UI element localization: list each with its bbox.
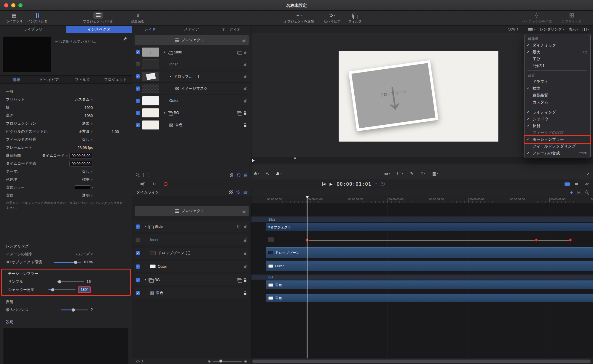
layer-name[interactable]: ドロップ… (174, 74, 193, 79)
field-value[interactable]: 標準 (82, 177, 90, 182)
menu-item[interactable]: 半分 (525, 55, 590, 62)
behavior-button[interactable]: ▾ ビヘイビア (324, 13, 341, 24)
menu-item[interactable]: ✓フレームの合成⌃⌥B (525, 150, 590, 156)
menu-item[interactable]: 4分の1 (525, 62, 590, 69)
value-stepper[interactable]: ▲▼ (66, 154, 68, 157)
value-stepper[interactable]: ▲▼ (91, 170, 93, 173)
transform-3d-tool[interactable]: ⊕▾ (254, 171, 259, 176)
timeline-scrollbar[interactable] (251, 358, 593, 364)
disclosure-triangle[interactable]: ▼ (163, 51, 166, 54)
field-value[interactable]: 23.98 fps (78, 146, 93, 150)
value-stepper[interactable]: ▲▼ (91, 194, 93, 197)
disclosure-triangle[interactable]: ▼ (163, 112, 166, 114)
rectangle-tool[interactable]: ▭▾ (384, 171, 390, 176)
add-object-button[interactable]: ＋▾ オブジェクトを追加 (284, 13, 314, 24)
view-options-dropdown[interactable]: 表示▾ (569, 27, 578, 32)
lock-icon[interactable] (244, 88, 246, 90)
keyframe-diamond[interactable] (569, 238, 572, 241)
layer-checkbox[interactable]: ✓ (136, 99, 140, 103)
behaviors-filter-icon[interactable] (237, 173, 240, 177)
zoom-out-icon[interactable]: ⊖ (208, 359, 211, 363)
import-button[interactable]: ⇩ 読み込む (131, 13, 145, 24)
field-value[interactable]: 1.00 (112, 130, 119, 134)
inspector-tab-filters[interactable]: フィルタ (66, 76, 99, 84)
disclosure-triangle[interactable]: ▼ (144, 278, 146, 281)
field-value[interactable]: タイムコード (42, 153, 64, 158)
current-timecode-field[interactable]: 00:00:01:01 (337, 181, 371, 187)
track-bar[interactable]: 単色 (266, 294, 593, 302)
field-value[interactable]: 16 (87, 280, 91, 284)
menu-item[interactable]: カスタム... (525, 99, 590, 105)
record-button[interactable] (164, 182, 168, 186)
layer-name[interactable]: Inner (150, 238, 159, 242)
mini-playhead[interactable] (295, 158, 295, 163)
pan-hand-tool[interactable]: ▾ (276, 171, 282, 176)
field-value[interactable]: 正方形 (79, 129, 90, 134)
lock-icon[interactable] (244, 100, 246, 102)
layer-checkbox[interactable] (136, 238, 140, 242)
lock-icon[interactable] (244, 64, 246, 66)
zoom-level-dropdown[interactable]: 50% ▲▼ (508, 27, 518, 31)
max-bounce-slider[interactable] (61, 310, 88, 310)
layer-row[interactable]: ✓単色 (134, 288, 249, 299)
layer-name[interactable]: 単色 (175, 123, 183, 128)
field-value[interactable]: 1920 (85, 106, 93, 110)
play-button[interactable]: ▶ (329, 182, 332, 186)
layer-checkbox[interactable]: ✓ (136, 86, 140, 91)
field-value[interactable]: 1080 (85, 114, 93, 118)
render-options-dropdown[interactable]: レンダリング▾ (540, 27, 564, 32)
scrollbar-thumb[interactable] (252, 360, 591, 363)
lock-icon[interactable] (244, 266, 246, 268)
layer-checkbox[interactable]: ✓ (136, 278, 140, 282)
samples-slider[interactable] (57, 281, 84, 282)
checkerboard-icon[interactable] (230, 173, 233, 177)
select-tool[interactable]: ↖ (266, 171, 269, 176)
description-textarea[interactable] (4, 328, 128, 364)
library-button[interactable]: ▤ ライブラリ (6, 13, 23, 24)
project-panel-button[interactable]: プロジェクトパネル (83, 13, 113, 24)
expand-canvas-icon[interactable]: ↔ (585, 171, 589, 176)
layer-checkbox[interactable]: ✓ (136, 50, 140, 54)
search-icon[interactable] (136, 173, 140, 177)
mask-tool[interactable]: ▾ (397, 172, 403, 175)
shutter-angle-slider[interactable] (48, 289, 76, 290)
value-stepper[interactable]: ▲▼ (91, 178, 93, 181)
field-value[interactable]: なし (82, 169, 90, 174)
color-well[interactable] (75, 185, 90, 190)
menu-item[interactable]: ✓モーションブラー (525, 136, 590, 143)
layer-name[interactable]: Outer (158, 264, 167, 269)
layer-row[interactable]: ✓Outer (134, 261, 249, 272)
timeline-zoom-icon[interactable] (585, 190, 589, 194)
layer-row[interactable]: ✓▼BG (132, 107, 251, 119)
field-value[interactable]: なし (82, 137, 90, 142)
disclosure-triangle[interactable]: ▼ (169, 75, 172, 78)
pen-tool[interactable]: ✎ (410, 171, 414, 176)
track-bar[interactable]: 単色 (266, 280, 593, 289)
menu-item[interactable]: ドラフト (525, 78, 590, 85)
text-tool[interactable]: T▾ (421, 171, 425, 176)
layers-filter-icon[interactable]: ▤ (244, 173, 248, 177)
field-value[interactable]: 2 (91, 308, 93, 312)
layer-row[interactable]: ✓▼BG (134, 274, 249, 285)
menu-item[interactable]: フィールドレンダリング (525, 143, 590, 150)
field-value[interactable]: 透明 (82, 193, 90, 198)
lock-icon[interactable] (244, 125, 246, 127)
lock-icon[interactable] (244, 52, 246, 54)
layer-row[interactable]: ✓単色 (132, 119, 251, 131)
view-layout-dropdown[interactable]: ▾ (583, 28, 589, 31)
tab-inspector[interactable]: インスペクタ (66, 26, 132, 33)
menu-item[interactable]: ✓ライティング (525, 109, 590, 116)
replicator-button[interactable]: リプリケータ (562, 13, 581, 24)
layer-checkbox[interactable]: ✓ (136, 111, 140, 115)
lock-icon[interactable] (244, 293, 246, 295)
inspector-tab-project[interactable]: プロジェクト (99, 76, 132, 84)
timing-display-icon[interactable] (381, 182, 385, 186)
tab-media[interactable]: メディア (172, 26, 212, 33)
menu-item[interactable]: ✓標準 (525, 85, 590, 92)
layer-name[interactable]: Outer (169, 99, 178, 103)
timeline-behaviors-icon[interactable] (236, 190, 240, 194)
layer-name[interactable]: イメージマスク (181, 86, 208, 91)
field-value[interactable]: 100% (83, 260, 93, 264)
layer-name[interactable]: ドロップゾーン (158, 251, 184, 256)
menu-item[interactable]: ✓最大⇧Q (525, 49, 590, 55)
